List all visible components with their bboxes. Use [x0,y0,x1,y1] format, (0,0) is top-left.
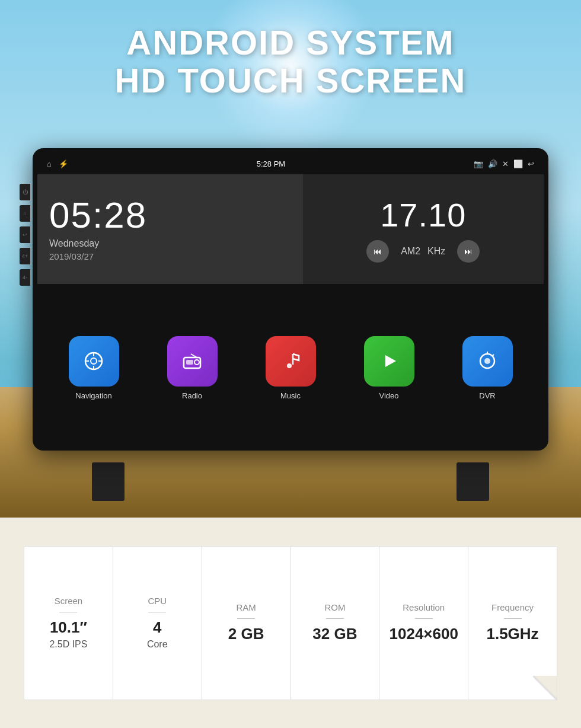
app-item-radio[interactable]: Radio [167,336,218,400]
usb-status-icon: ⚡ [59,159,68,168]
spec-value: 4 [153,618,161,637]
spec-label: Screen [55,596,83,606]
app-item-navigation[interactable]: Navigation [69,336,119,400]
radio-prev-button[interactable]: ⏮ [366,240,389,263]
spec-divider [326,618,344,620]
spec-card-ram: RAM 2 GB [202,546,290,700]
status-time: 5:28 PM [257,159,285,168]
radio-controls: ⏮ AM2 KHz ⏭ [366,240,480,263]
spec-value: 10.1″ [50,618,87,637]
side-buttons: ⏻ ⌂ ↩ 4+ 4- [20,184,33,286]
spec-divider [59,612,77,613]
spec-sub: Core [147,639,168,650]
power-icon: ⏻ [23,189,28,195]
app-item-dvr[interactable]: DVR [462,336,513,400]
car-unit: MIC RST ⏻ ⌂ ↩ 4+ 4- ⌂ [33,136,548,468]
dvr-app-label: DVR [479,391,495,400]
radio-band-label: AM2 [401,246,420,257]
specs-section: Screen 10.1″ 2.5D IPS CPU 4 Core RAM 2 G… [0,518,581,728]
app-grid: NavigationRadioMusicVideoDVR [37,284,544,446]
back-icon: ↩ [23,232,27,238]
bracket-right [456,462,489,501]
svg-point-1 [91,358,97,364]
volume-status-icon[interactable]: 🔊 [488,159,497,168]
clock-day: Wednesday [49,238,290,249]
status-right: 📷 🔊 ✕ ⬜ ↩ [474,159,534,168]
svg-point-8 [194,360,199,365]
radio-unit-label: KHz [427,246,445,257]
video-app-label: Video [379,391,398,400]
camera-status-icon[interactable]: 📷 [474,159,483,168]
volume-down-icon: 4- [23,274,27,280]
status-bar: ⌂ ⚡ 5:28 PM 📷 🔊 ✕ ⬜ ↩ [37,153,544,174]
title-line1: ANDROID SYSTEM [0,24,581,62]
video-app-icon[interactable] [364,336,414,387]
home-icon: ⌂ [23,210,26,216]
back-status-icon[interactable]: ↩ [528,159,534,168]
navigation-app-icon[interactable] [69,336,119,387]
svg-rect-7 [186,360,193,365]
navigation-app-label: Navigation [75,391,111,400]
app-item-video[interactable]: Video [364,336,414,400]
spec-label: CPU [148,596,167,606]
right-panel: 05:28 Wednesday 2019/03/27 17.10 ⏮ AM2 [37,174,544,446]
spec-card-frequency: Frequency 1.5GHz [468,546,557,700]
home-status-icon[interactable]: ⌂ [47,159,52,168]
spec-card-screen: Screen 10.1″ 2.5D IPS [24,546,113,700]
app-item-music[interactable]: Music [266,336,316,400]
spec-label: ROM [324,602,345,612]
radio-app-label: Radio [182,391,202,400]
widget-area: 05:28 Wednesday 2019/03/27 17.10 ⏮ AM2 [37,174,544,284]
spec-value: 2 GB [228,625,264,643]
radio-widget: 17.10 ⏮ AM2 KHz ⏭ [303,174,544,284]
spec-divider [237,618,255,620]
back-button[interactable]: ↩ [20,226,30,243]
power-button[interactable]: ⏻ [20,184,30,200]
music-app-icon[interactable] [266,336,316,387]
radio-next-button[interactable]: ⏭ [457,240,480,263]
spec-divider [504,618,522,620]
volume-up-button[interactable]: 4+ [20,248,30,264]
spec-label: RAM [236,602,256,612]
volume-up-icon: 4+ [22,253,28,259]
spec-card-rom: ROM 32 GB [290,546,379,700]
spec-label: Frequency [491,602,534,612]
dvr-app-icon[interactable] [462,336,513,387]
radio-frequency: 17.10 [380,196,466,234]
device-outer: MIC RST ⏻ ⌂ ↩ 4+ 4- ⌂ [33,148,548,451]
title-section: ANDROID SYSTEM HD TOUCH SCREEN [0,24,581,100]
spec-sub: 2.5D IPS [49,639,87,650]
bracket-left [92,462,124,501]
title-line2: HD TOUCH SCREEN [0,62,581,100]
screen: ⌂ ⚡ 5:28 PM 📷 🔊 ✕ ⬜ ↩ [37,153,544,446]
clock-time: 05:28 [49,197,290,234]
home-button[interactable]: ⌂ [20,205,30,222]
volume-down-button[interactable]: 4- [20,269,30,286]
status-left: ⌂ ⚡ [47,159,68,168]
spec-label: Resolution [403,602,445,612]
spec-value: 32 GB [312,625,357,643]
svg-line-15 [492,355,494,356]
spec-value: 1024×600 [390,625,458,643]
spec-divider [415,618,433,620]
spec-card-cpu: CPU 4 Core [113,546,202,700]
radio-band-info: AM2 KHz [401,246,445,257]
svg-point-13 [484,358,490,364]
music-app-label: Music [280,391,301,400]
clock-widget: 05:28 Wednesday 2019/03/27 [37,174,303,284]
clock-date: 2019/03/27 [49,251,290,261]
close-status-icon[interactable]: ✕ [502,159,509,168]
specs-grid: Screen 10.1″ 2.5D IPS CPU 4 Core RAM 2 G… [24,546,557,700]
svg-marker-11 [385,355,396,367]
main-content: 05:28 Wednesday 2019/03/27 17.10 ⏮ AM2 [37,174,544,446]
spec-divider [148,612,166,613]
spec-card-resolution: Resolution 1024×600 [379,546,468,700]
svg-point-10 [287,363,292,368]
window-status-icon[interactable]: ⬜ [513,159,523,168]
spec-value: 1.5GHz [486,625,538,643]
radio-app-icon[interactable] [167,336,218,387]
